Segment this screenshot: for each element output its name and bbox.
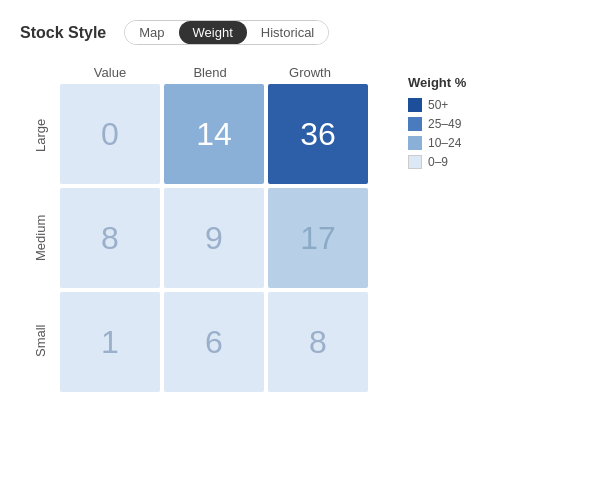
- tab-historical[interactable]: Historical: [247, 21, 328, 44]
- col-header-value: Value: [60, 65, 160, 80]
- main-container: Stock Style Map Weight Historical Value …: [20, 20, 582, 392]
- header: Stock Style Map Weight Historical: [20, 20, 582, 45]
- cell-medium-growth: 17: [268, 188, 368, 288]
- col-header-growth: Growth: [260, 65, 360, 80]
- cell-small-growth: 8: [268, 292, 368, 392]
- stock-style-grid-area: Value Blend Growth Large Medium Small 0 …: [20, 65, 368, 392]
- row-label-large: Large: [20, 85, 60, 185]
- cell-medium-blend: 9: [164, 188, 264, 288]
- column-headers: Value Blend Growth: [60, 65, 368, 80]
- legend-label-50plus: 50+: [428, 98, 448, 112]
- col-header-blend: Blend: [160, 65, 260, 80]
- legend-swatch-50plus: [408, 98, 422, 112]
- cell-medium-value: 8: [60, 188, 160, 288]
- legend-label-25-49: 25–49: [428, 117, 461, 131]
- cell-large-value: 0: [60, 84, 160, 184]
- legend-item-25-49: 25–49: [408, 117, 466, 131]
- cell-small-blend: 6: [164, 292, 264, 392]
- legend: Weight % 50+ 25–49 10–24 0–9: [408, 75, 466, 169]
- cell-large-blend: 14: [164, 84, 264, 184]
- legend-swatch-10-24: [408, 136, 422, 150]
- content-area: Value Blend Growth Large Medium Small 0 …: [20, 65, 582, 392]
- legend-label-0-9: 0–9: [428, 155, 448, 169]
- grid-with-labels: Large Medium Small 0 14 36: [20, 84, 368, 392]
- tab-map[interactable]: Map: [125, 21, 178, 44]
- legend-title: Weight %: [408, 75, 466, 90]
- legend-items: 50+ 25–49 10–24 0–9: [408, 98, 466, 169]
- legend-item-0-9: 0–9: [408, 155, 466, 169]
- legend-swatch-0-9: [408, 155, 422, 169]
- row-label-medium: Medium: [20, 188, 60, 288]
- tab-weight[interactable]: Weight: [179, 21, 247, 44]
- legend-swatch-25-49: [408, 117, 422, 131]
- style-grid: 0 14 36 8 9 17: [60, 84, 368, 392]
- tab-group: Map Weight Historical: [124, 20, 329, 45]
- legend-label-10-24: 10–24: [428, 136, 461, 150]
- page-title: Stock Style: [20, 24, 106, 42]
- row-label-small: Small: [20, 291, 60, 391]
- legend-item-10-24: 10–24: [408, 136, 466, 150]
- row-labels: Large Medium Small: [20, 84, 60, 392]
- cell-small-value: 1: [60, 292, 160, 392]
- cell-large-growth: 36: [268, 84, 368, 184]
- legend-item-50plus: 50+: [408, 98, 466, 112]
